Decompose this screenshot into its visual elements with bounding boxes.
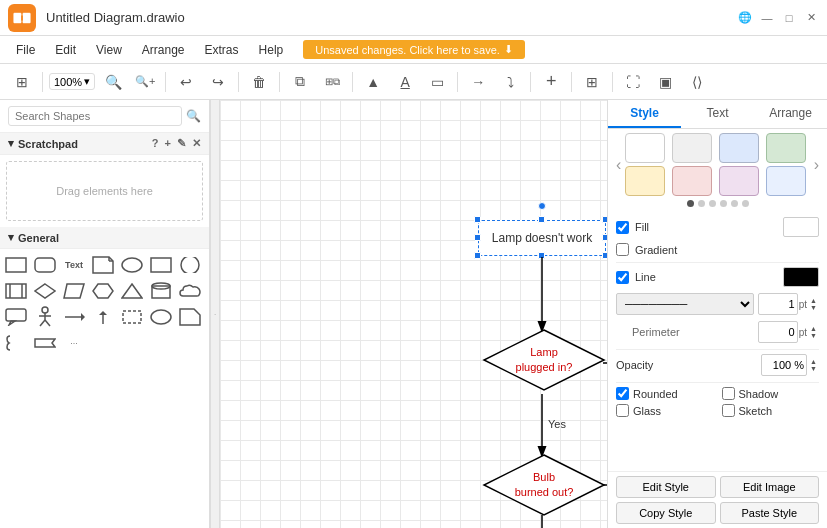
node-bulb-burned[interactable]: Bulb burned out? <box>482 453 606 520</box>
shape-parallelogram[interactable] <box>62 279 86 303</box>
swatch-7[interactable] <box>766 166 806 196</box>
line-style-select[interactable]: ──────── - - - - - · · · · · <box>616 293 754 315</box>
line-checkbox[interactable] <box>616 271 629 284</box>
shadow-checkbox[interactable] <box>722 387 735 400</box>
sidebar-toggle-button[interactable]: ⊞ <box>8 69 36 95</box>
shape-note[interactable] <box>91 253 115 277</box>
shape-banner[interactable] <box>33 331 57 355</box>
shape-rounded-rect[interactable] <box>33 253 57 277</box>
opacity-down[interactable]: ▼ <box>808 365 819 372</box>
resize-handle-bm[interactable] <box>538 252 545 259</box>
shape-hexagon[interactable] <box>91 279 115 303</box>
menu-arrange[interactable]: Arrange <box>134 41 193 59</box>
swatch-6[interactable] <box>719 166 759 196</box>
node-lamp-doesnt-work[interactable]: Lamp doesn't work <box>478 220 606 256</box>
tab-style[interactable]: Style <box>608 100 681 128</box>
maximize-button[interactable]: □ <box>781 10 797 26</box>
help-icon[interactable]: ? <box>152 137 159 150</box>
waypoint-button[interactable]: ⤵ <box>496 69 524 95</box>
shape-rectangle[interactable] <box>4 253 28 277</box>
edit-icon[interactable]: ✎ <box>177 137 186 150</box>
redo-button[interactable]: ↪ <box>204 69 232 95</box>
zoom-control[interactable]: 100% ▾ <box>49 73 95 90</box>
menu-view[interactable]: View <box>88 41 130 59</box>
add-icon[interactable]: + <box>165 137 171 150</box>
opacity-input[interactable] <box>761 354 807 376</box>
connection-button[interactable]: → <box>464 69 492 95</box>
line-width-up[interactable]: ▲ <box>808 297 819 304</box>
resize-handle-tr[interactable] <box>602 216 607 223</box>
shape-ellipse[interactable] <box>120 253 144 277</box>
shape-button[interactable]: ▭ <box>423 69 451 95</box>
globe-icon[interactable]: 🌐 <box>737 10 753 26</box>
format-panel-button[interactable]: ▣ <box>651 69 679 95</box>
node-lamp-plugged[interactable]: Lamp plugged in? <box>482 328 606 395</box>
resize-handle-tm[interactable] <box>538 216 545 223</box>
fill-checkbox[interactable] <box>616 221 629 234</box>
canvas[interactable]: Lamp doesn't work No Yes Yes <box>220 100 607 528</box>
shape-rect2[interactable] <box>149 253 173 277</box>
swatches-prev-button[interactable]: ‹ <box>612 156 625 174</box>
edit-style-button[interactable]: Edit Style <box>616 476 716 498</box>
menu-extras[interactable]: Extras <box>197 41 247 59</box>
undo-button[interactable]: ↩ <box>172 69 200 95</box>
shape-callout[interactable] <box>4 305 28 329</box>
resize-handle-bl[interactable] <box>474 252 481 259</box>
shape-brace[interactable] <box>4 331 28 355</box>
gradient-checkbox[interactable] <box>616 243 629 256</box>
swatch-1[interactable] <box>672 133 712 163</box>
collapse-button[interactable]: ⟨⟩ <box>683 69 711 95</box>
menu-edit[interactable]: Edit <box>47 41 84 59</box>
resize-handle[interactable]: · <box>210 100 220 528</box>
shape-cylinder[interactable] <box>149 279 173 303</box>
shape-diamond[interactable] <box>33 279 57 303</box>
zoom-out-button[interactable]: 🔍 <box>99 69 127 95</box>
swatch-0[interactable] <box>625 133 665 163</box>
shape-arrow-up[interactable] <box>91 305 115 329</box>
shape-circle[interactable] <box>178 253 202 277</box>
swatch-5[interactable] <box>672 166 712 196</box>
zoom-in-button[interactable]: 🔍+ <box>131 69 159 95</box>
swatches-next-button[interactable]: › <box>810 156 823 174</box>
sketch-checkbox[interactable] <box>722 404 735 417</box>
swatch-3[interactable] <box>766 133 806 163</box>
shape-arrow[interactable] <box>62 305 86 329</box>
resize-handle-br[interactable] <box>602 252 607 259</box>
fullscreen-button[interactable]: ⛶ <box>619 69 647 95</box>
close-button[interactable]: ✕ <box>803 10 819 26</box>
shape-cloud[interactable] <box>178 279 202 303</box>
glass-checkbox[interactable] <box>616 404 629 417</box>
insert-button[interactable]: + <box>537 69 565 95</box>
shape-page[interactable] <box>178 305 202 329</box>
minimize-button[interactable]: — <box>759 10 775 26</box>
format-button[interactable]: ⊞⧉ <box>318 69 346 95</box>
shape-process[interactable] <box>4 279 28 303</box>
line-color-button[interactable]: A <box>391 69 419 95</box>
perimeter-input[interactable] <box>758 321 798 343</box>
copy-style-button[interactable]: Copy Style <box>616 502 716 524</box>
rotation-handle[interactable] <box>538 202 546 210</box>
resize-handle-ml[interactable] <box>474 234 481 241</box>
fill-color-picker[interactable] <box>783 217 819 237</box>
table-button[interactable]: ⊞ <box>578 69 606 95</box>
resize-handle-tl[interactable] <box>474 216 481 223</box>
perimeter-up[interactable]: ▲ <box>808 325 819 332</box>
line-width-down[interactable]: ▼ <box>808 304 819 311</box>
resize-handle-mr[interactable] <box>602 234 607 241</box>
edit-image-button[interactable]: Edit Image <box>720 476 820 498</box>
menu-file[interactable]: File <box>8 41 43 59</box>
general-section-header[interactable]: ▾ General <box>0 227 209 249</box>
tab-arrange[interactable]: Arrange <box>754 100 827 128</box>
opacity-up[interactable]: ▲ <box>808 358 819 365</box>
shape-triangle[interactable] <box>120 279 144 303</box>
tab-text[interactable]: Text <box>681 100 754 128</box>
swatch-4[interactable] <box>625 166 665 196</box>
perimeter-down[interactable]: ▼ <box>808 332 819 339</box>
rounded-checkbox[interactable] <box>616 387 629 400</box>
shape-oval[interactable] <box>149 305 173 329</box>
search-input[interactable] <box>8 106 182 126</box>
shape-actor[interactable] <box>33 305 57 329</box>
copy-button[interactable]: ⧉ <box>286 69 314 95</box>
shape-text[interactable]: Text <box>62 253 86 277</box>
paste-style-button[interactable]: Paste Style <box>720 502 820 524</box>
